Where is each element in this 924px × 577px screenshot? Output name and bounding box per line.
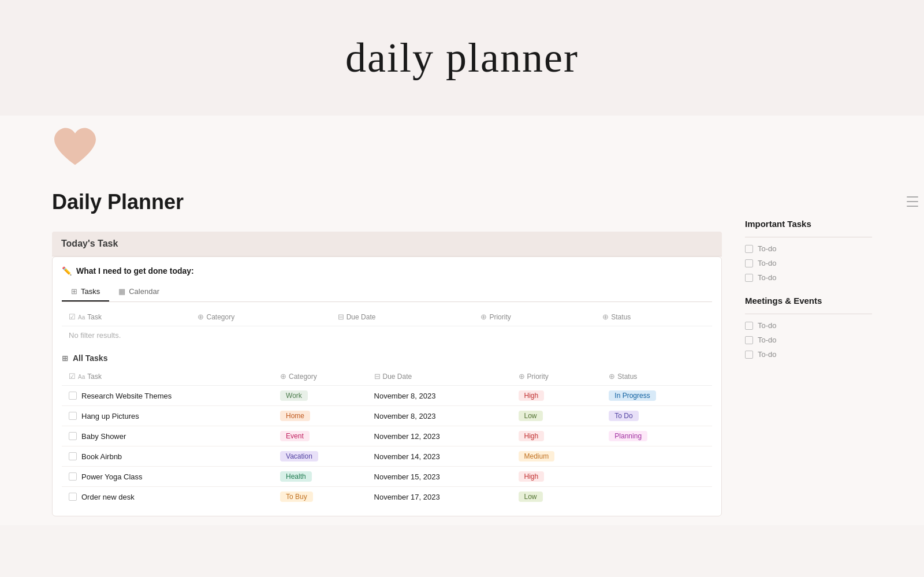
all-th-due-date: Due Date bbox=[367, 367, 512, 386]
status-badge-1: To Do bbox=[609, 411, 638, 421]
status-cell-5 bbox=[602, 487, 712, 507]
all-priority-col-icon bbox=[519, 372, 525, 381]
all-date-col-icon bbox=[374, 372, 381, 381]
category-badge-5: To Buy bbox=[280, 492, 313, 502]
all-tasks-header: All Tasks bbox=[62, 344, 712, 367]
sidebar-checkbox-m3[interactable] bbox=[745, 351, 753, 359]
sidebar-item-meeting-3[interactable]: To-do bbox=[745, 350, 872, 359]
th-task: Task bbox=[62, 308, 191, 326]
all-tasks-grid-icon bbox=[62, 353, 68, 363]
calendar-icon bbox=[118, 287, 125, 296]
app-title: daily planner bbox=[345, 34, 579, 82]
all-th-priority: Priority bbox=[512, 367, 602, 386]
due-date-cell-1: November 8, 2023 bbox=[367, 406, 512, 426]
important-tasks-title: Important Tasks bbox=[745, 219, 872, 229]
sidebar-checkbox-m1[interactable] bbox=[745, 322, 753, 330]
status-cell-2: Planning bbox=[602, 426, 712, 446]
sidebar-item-meeting-1[interactable]: To-do bbox=[745, 321, 872, 330]
all-text-col-icon bbox=[78, 373, 85, 381]
date-col-icon bbox=[338, 312, 344, 321]
task-checkbox-1[interactable] bbox=[69, 412, 77, 420]
all-cat-col-icon bbox=[280, 372, 286, 381]
task-checkbox-4[interactable] bbox=[69, 472, 77, 481]
all-th-status: Status bbox=[602, 367, 712, 386]
category-badge-4: Health bbox=[280, 471, 312, 482]
category-cell-3: Vacation bbox=[273, 446, 367, 467]
grid-icon bbox=[71, 287, 77, 296]
table-row: Research Website Themes Work November 8,… bbox=[62, 386, 712, 406]
category-cell-1: Home bbox=[273, 406, 367, 426]
sidebar-checkbox-3[interactable] bbox=[745, 274, 753, 282]
all-checkbox-col-icon bbox=[69, 372, 76, 381]
priority-badge-0: High bbox=[519, 390, 545, 401]
tab-calendar[interactable]: Calendar bbox=[109, 282, 169, 301]
cat-col-icon bbox=[198, 312, 204, 321]
priority-col-icon bbox=[480, 312, 487, 321]
heart-icon bbox=[52, 127, 98, 170]
task-container: ✏️ What I need to get done today: Tasks … bbox=[52, 256, 722, 516]
priority-badge-5: Low bbox=[519, 492, 543, 502]
category-cell-2: Event bbox=[273, 426, 367, 446]
th-category: Category bbox=[191, 308, 330, 326]
priority-cell-0: High bbox=[512, 386, 602, 406]
no-filter-row: No filter results. bbox=[62, 326, 712, 345]
all-th-task: Task bbox=[62, 367, 273, 386]
heart-section bbox=[0, 116, 924, 178]
priority-cell-1: Low bbox=[512, 406, 602, 426]
tab-tasks[interactable]: Tasks bbox=[62, 282, 109, 301]
table-row: Hang up Pictures Home November 8, 2023 L… bbox=[62, 406, 712, 426]
priority-badge-4: High bbox=[519, 471, 545, 482]
task-tabs: Tasks Calendar bbox=[62, 282, 712, 302]
category-badge-2: Event bbox=[280, 431, 310, 441]
priority-cell-2: High bbox=[512, 426, 602, 446]
sidebar-checkbox-1[interactable] bbox=[745, 245, 753, 253]
due-date-cell-0: November 8, 2023 bbox=[367, 386, 512, 406]
category-badge-1: Home bbox=[280, 411, 310, 421]
all-th-category: Category bbox=[273, 367, 367, 386]
meetings-events-title: Meetings & Events bbox=[745, 296, 872, 306]
page-title: Daily Planner bbox=[52, 178, 722, 232]
main-layout: Daily Planner Today's Task ✏️ What I nee… bbox=[0, 178, 924, 525]
important-tasks-section: Important Tasks To-do To-do To-do bbox=[745, 219, 872, 282]
priority-cell-5: Low bbox=[512, 487, 602, 507]
sidebar-item-important-3[interactable]: To-do bbox=[745, 273, 872, 282]
task-cell-2: Baby Shower bbox=[62, 426, 273, 446]
all-tasks-table: Task Category Due Date bbox=[62, 367, 712, 507]
task-checkbox-5[interactable] bbox=[69, 493, 77, 501]
task-card-header: ✏️ What I need to get done today: bbox=[62, 266, 712, 276]
status-cell-0: In Progress bbox=[602, 386, 712, 406]
sidebar-item-meeting-2[interactable]: To-do bbox=[745, 336, 872, 344]
status-col-icon bbox=[602, 312, 609, 321]
task-checkbox-2[interactable] bbox=[69, 432, 77, 440]
due-date-cell-2: November 12, 2023 bbox=[367, 426, 512, 446]
status-cell-4 bbox=[602, 467, 712, 487]
priority-badge-1: Low bbox=[519, 411, 543, 421]
task-cell-3: Book Airbnb bbox=[62, 446, 273, 467]
status-badge-2: Planning bbox=[609, 431, 647, 441]
task-cell-0: Research Website Themes bbox=[62, 386, 273, 406]
category-cell-5: To Buy bbox=[273, 487, 367, 507]
task-cell-1: Hang up Pictures bbox=[62, 406, 273, 426]
priority-badge-2: High bbox=[519, 431, 545, 441]
status-cell-1: To Do bbox=[602, 406, 712, 426]
all-status-col-icon bbox=[609, 372, 615, 381]
scrollbar[interactable] bbox=[907, 196, 918, 207]
task-checkbox-0[interactable] bbox=[69, 392, 77, 400]
th-status: Status bbox=[595, 308, 712, 326]
th-due-date: Due Date bbox=[331, 308, 474, 326]
sidebar-item-important-2[interactable]: To-do bbox=[745, 259, 872, 267]
table-row: Power Yoga Class Health November 15, 202… bbox=[62, 467, 712, 487]
th-priority: Priority bbox=[474, 308, 595, 326]
pencil-icon: ✏️ bbox=[62, 266, 72, 276]
category-badge-3: Vacation bbox=[280, 451, 318, 461]
task-cell-5: Order new desk bbox=[62, 487, 273, 507]
scrollbar-line-2 bbox=[907, 201, 918, 202]
todays-task-section-header: Today's Task bbox=[52, 232, 722, 256]
text-col-icon bbox=[78, 313, 85, 321]
sidebar-checkbox-2[interactable] bbox=[745, 259, 753, 267]
sidebar-checkbox-m2[interactable] bbox=[745, 336, 753, 344]
sidebar-item-important-1[interactable]: To-do bbox=[745, 244, 872, 253]
priority-cell-3: Medium bbox=[512, 446, 602, 467]
task-checkbox-3[interactable] bbox=[69, 452, 77, 460]
status-badge-0: In Progress bbox=[609, 390, 655, 401]
